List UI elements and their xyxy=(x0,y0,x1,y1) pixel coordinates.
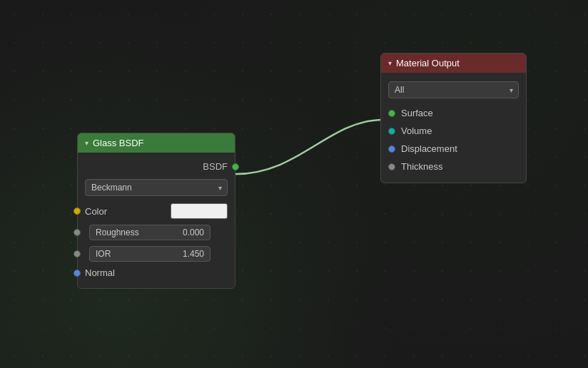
ior-label: IOR xyxy=(96,249,111,259)
material-output-node: ▾ Material Output All Cycles EEVEE ▾ Sur… xyxy=(380,53,527,183)
node-editor: ▾ Glass BSDF BSDF Beckmann GGX Multi-GGX… xyxy=(0,0,588,368)
roughness-value: 0.000 xyxy=(183,228,204,237)
color-input-row: Color xyxy=(78,200,235,222)
color-socket xyxy=(74,208,81,215)
ior-field[interactable]: IOR 1.450 xyxy=(89,246,211,262)
surface-input-row: Surface xyxy=(381,104,526,122)
thickness-socket xyxy=(388,163,395,170)
bsdf-output-row: BSDF xyxy=(78,158,235,175)
material-output-chevron: ▾ xyxy=(388,59,392,67)
displacement-socket xyxy=(388,145,395,153)
glass-bsdf-header[interactable]: ▾ Glass BSDF xyxy=(78,133,235,153)
ior-input-row: IOR 1.450 xyxy=(78,243,235,265)
glass-bsdf-title: Glass BSDF xyxy=(93,138,144,148)
color-label: Color xyxy=(85,206,166,217)
roughness-socket xyxy=(74,229,81,236)
bsdf-output-label: BSDF xyxy=(203,161,228,172)
distribution-select[interactable]: Beckmann GGX Multi-GGX Sharp xyxy=(85,179,228,196)
material-dropdown-row: All Cycles EEVEE ▾ xyxy=(381,77,526,104)
distribution-dropdown-wrapper: Beckmann GGX Multi-GGX Sharp ▾ xyxy=(85,179,228,196)
surface-label: Surface xyxy=(401,108,433,118)
ior-value: 1.450 xyxy=(183,249,204,259)
glass-bsdf-chevron: ▾ xyxy=(85,139,88,147)
ior-socket xyxy=(74,250,81,257)
material-output-body: All Cycles EEVEE ▾ Surface Volume xyxy=(381,73,526,183)
material-target-select[interactable]: All Cycles EEVEE xyxy=(388,81,519,98)
displacement-input-row: Displacement xyxy=(381,140,526,158)
roughness-label: Roughness xyxy=(96,228,139,237)
thickness-input-row: Thickness xyxy=(381,158,526,175)
displacement-label: Displacement xyxy=(401,143,457,154)
surface-socket xyxy=(388,110,395,117)
thickness-label: Thickness xyxy=(401,161,443,172)
volume-socket xyxy=(388,128,395,135)
material-output-header[interactable]: ▾ Material Output xyxy=(381,53,526,73)
roughness-input-row: Roughness 0.000 xyxy=(78,222,235,243)
volume-input-row: Volume xyxy=(381,122,526,140)
glass-bsdf-node: ▾ Glass BSDF BSDF Beckmann GGX Multi-GGX… xyxy=(77,133,235,289)
bsdf-output-socket xyxy=(232,163,239,170)
normal-socket xyxy=(74,270,81,277)
color-swatch[interactable] xyxy=(171,203,228,219)
normal-label: Normal xyxy=(85,267,228,278)
normal-input-row: Normal xyxy=(78,265,235,281)
distribution-dropdown-row: Beckmann GGX Multi-GGX Sharp ▾ xyxy=(78,175,235,200)
material-dropdown-wrapper: All Cycles EEVEE ▾ xyxy=(388,81,519,98)
volume-label: Volume xyxy=(401,126,432,136)
material-output-title: Material Output xyxy=(396,58,460,68)
roughness-field[interactable]: Roughness 0.000 xyxy=(89,225,211,240)
glass-bsdf-body: BSDF Beckmann GGX Multi-GGX Sharp ▾ xyxy=(78,153,235,288)
